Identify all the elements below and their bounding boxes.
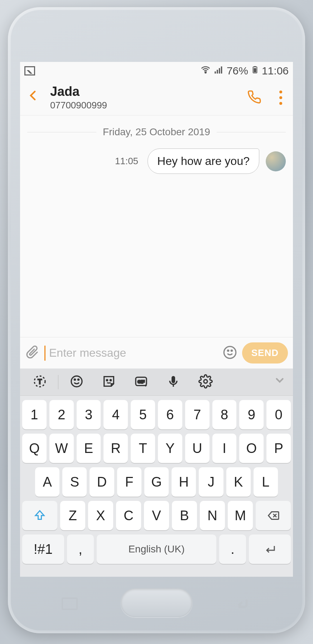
key-b[interactable]: B (172, 501, 197, 530)
picture-notification-icon (24, 66, 35, 75)
message-row: 11:05 Hey how are you? (27, 148, 286, 174)
key-e[interactable]: E (77, 434, 101, 463)
compose-bar: SEND (20, 337, 293, 369)
key-2[interactable]: 2 (49, 400, 74, 429)
symbols-key[interactable]: !#1 (22, 535, 64, 564)
key-3[interactable]: 3 (77, 400, 101, 429)
message-bubble[interactable]: Hey how are you? (148, 148, 259, 174)
key-o[interactable]: O (239, 434, 264, 463)
key-0[interactable]: 0 (266, 400, 291, 429)
call-button[interactable] (247, 90, 261, 106)
svg-text:T: T (38, 377, 42, 385)
key-m[interactable]: M (228, 501, 253, 530)
voice-input-icon[interactable] (157, 374, 189, 390)
status-clock: 11:06 (262, 65, 289, 77)
gif-icon[interactable]: GIF (125, 374, 157, 390)
keyboard-collapse-icon[interactable] (274, 374, 289, 390)
keyboard: T GIF (20, 369, 293, 577)
key-p[interactable]: P (266, 434, 291, 463)
key-j[interactable]: J (199, 467, 223, 497)
keyboard-settings-icon[interactable] (189, 374, 222, 390)
more-options-button[interactable] (276, 89, 286, 106)
message-time: 11:05 (115, 156, 138, 167)
signal-icon (214, 65, 224, 77)
svg-point-9 (227, 350, 228, 351)
key-w[interactable]: W (49, 434, 74, 463)
key-f[interactable]: F (117, 467, 141, 497)
key-z[interactable]: Z (60, 501, 85, 530)
svg-rect-3 (219, 68, 220, 73)
attach-button[interactable] (25, 345, 39, 361)
sticker-icon[interactable] (93, 374, 125, 390)
key-1[interactable]: 1 (22, 400, 47, 429)
svg-text:GIF: GIF (138, 379, 144, 384)
contact-name[interactable]: Jada (50, 84, 247, 99)
key-n[interactable]: N (200, 501, 225, 530)
status-bar: 76% 11:06 (20, 62, 293, 80)
recent-apps-button[interactable] (62, 597, 78, 610)
back-button[interactable] (27, 87, 39, 108)
key-i[interactable]: I (212, 434, 237, 463)
svg-point-16 (106, 380, 107, 381)
period-key[interactable]: . (219, 535, 246, 564)
comma-key[interactable]: , (67, 535, 94, 564)
svg-rect-1 (215, 71, 216, 73)
date-divider: Friday, 25 October 2019 (27, 126, 286, 138)
svg-point-15 (78, 379, 79, 380)
svg-point-14 (74, 379, 75, 380)
shift-key[interactable] (22, 501, 57, 530)
phone-frame: SAMSUNG 76% 11:06 (8, 7, 305, 633)
key-9[interactable]: 9 (239, 400, 264, 429)
key-r[interactable]: R (103, 434, 128, 463)
key-8[interactable]: 8 (212, 400, 237, 429)
send-button[interactable]: SEND (242, 342, 288, 364)
space-key[interactable]: English (UK) (97, 535, 216, 564)
battery-percent: 76% (227, 65, 248, 77)
key-l[interactable]: L (254, 467, 278, 497)
backspace-key[interactable] (256, 501, 291, 530)
key-d[interactable]: D (90, 467, 114, 497)
svg-point-17 (110, 380, 111, 381)
key-s[interactable]: S (62, 467, 87, 497)
key-t[interactable]: T (131, 434, 155, 463)
svg-point-8 (224, 346, 236, 358)
svg-rect-2 (217, 70, 218, 74)
svg-point-13 (71, 376, 82, 387)
text-mode-icon[interactable]: T (24, 374, 56, 390)
battery-icon (251, 64, 259, 78)
svg-rect-6 (254, 68, 256, 72)
keyboard-toolbar: T GIF (20, 369, 293, 396)
key-u[interactable]: U (185, 434, 210, 463)
key-g[interactable]: G (144, 467, 169, 497)
key-q[interactable]: Q (22, 434, 47, 463)
enter-key[interactable] (249, 535, 291, 564)
wifi-icon (200, 64, 211, 78)
key-h[interactable]: H (172, 467, 196, 497)
message-thread[interactable]: Friday, 25 October 2019 11:05 Hey how ar… (20, 116, 293, 337)
svg-point-10 (231, 350, 232, 351)
svg-rect-4 (221, 66, 222, 73)
date-label: Friday, 25 October 2019 (103, 126, 210, 138)
svg-point-0 (205, 72, 206, 73)
key-5[interactable]: 5 (131, 400, 155, 429)
key-6[interactable]: 6 (158, 400, 182, 429)
key-v[interactable]: V (144, 501, 169, 530)
screen: 76% 11:06 Jada 07700900999 (20, 62, 293, 577)
home-button[interactable] (121, 589, 192, 617)
key-a[interactable]: A (35, 467, 59, 497)
key-x[interactable]: X (88, 501, 113, 530)
contact-avatar[interactable] (266, 151, 286, 171)
svg-rect-7 (254, 66, 256, 67)
emoji-icon[interactable] (61, 374, 93, 390)
emoji-button[interactable] (223, 345, 237, 361)
key-y[interactable]: Y (158, 434, 182, 463)
key-4[interactable]: 4 (103, 400, 128, 429)
hardware-back-button[interactable] (233, 597, 251, 610)
svg-point-23 (204, 380, 207, 383)
svg-rect-21 (172, 376, 175, 383)
key-k[interactable]: K (226, 467, 251, 497)
message-input[interactable] (44, 346, 218, 361)
key-7[interactable]: 7 (185, 400, 210, 429)
key-c[interactable]: C (116, 501, 141, 530)
conversation-header: Jada 07700900999 (20, 80, 293, 116)
